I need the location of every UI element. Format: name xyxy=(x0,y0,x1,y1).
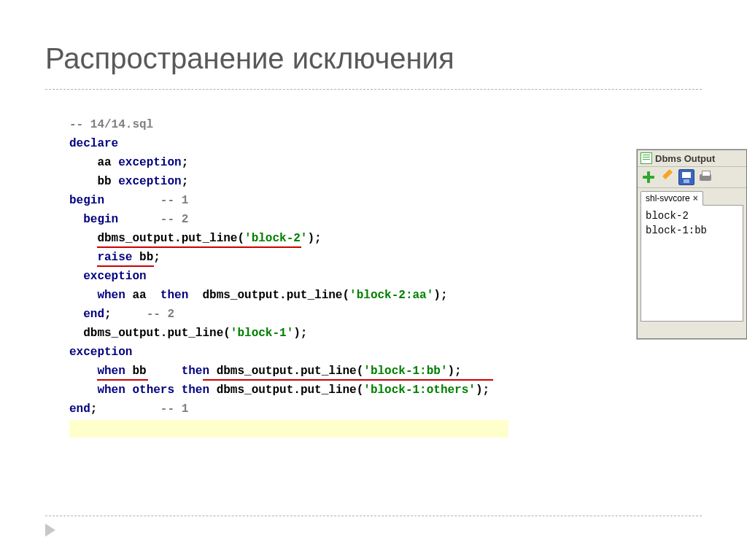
add-icon[interactable] xyxy=(640,169,657,185)
dbms-output-panel: Dbms Output shl-svvcore × block-2 block-… xyxy=(637,149,747,339)
panel-header: Dbms Output xyxy=(638,150,746,167)
panel-toolbar xyxy=(638,167,746,188)
document-icon xyxy=(640,152,652,164)
panel-title-text: Dbms Output xyxy=(655,153,715,164)
edit-icon[interactable] xyxy=(659,169,676,185)
save-icon[interactable] xyxy=(678,169,694,185)
output-content: block-2 block-1:bb xyxy=(640,205,743,322)
code-block: -- 14/14.sql declare aa exception; bb ex… xyxy=(69,115,500,419)
close-icon[interactable]: × xyxy=(693,193,698,203)
arrow-decoration-icon xyxy=(45,524,55,537)
bottom-divider xyxy=(45,516,702,516)
slide-title: Распространение исключения xyxy=(45,42,454,75)
code-highlight-bg xyxy=(69,420,508,438)
tab-row: shl-svvcore × xyxy=(638,188,746,205)
tab-label: shl-svvcore xyxy=(646,193,690,203)
slide: Распространение исключения -- 14/14.sql … xyxy=(0,0,747,560)
connection-tab[interactable]: shl-svvcore × xyxy=(640,191,703,206)
print-icon[interactable] xyxy=(697,169,713,185)
title-divider xyxy=(45,89,702,90)
